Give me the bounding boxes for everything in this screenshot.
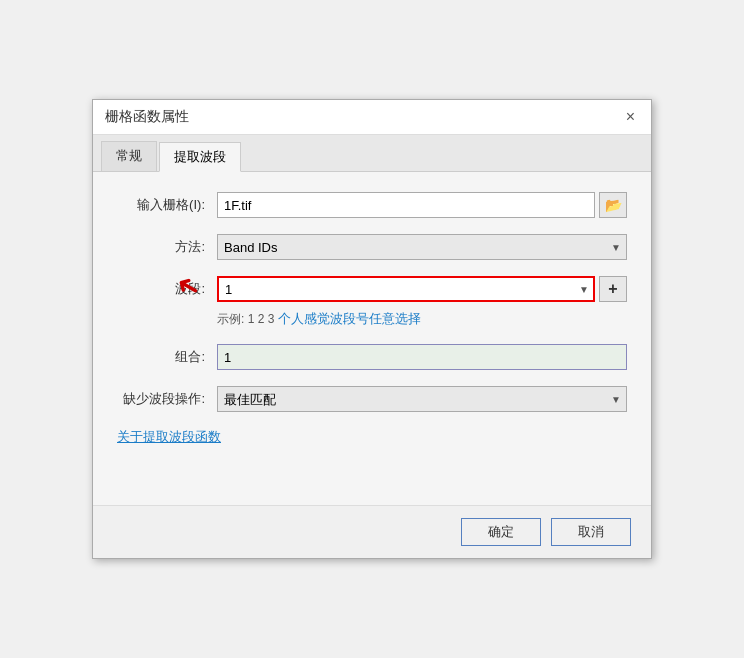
close-button[interactable]: ×: [622, 109, 639, 125]
band-select[interactable]: 1: [217, 276, 595, 302]
cancel-button[interactable]: 取消: [551, 518, 631, 546]
tab-bar: 常规 提取波段: [93, 135, 651, 172]
missing-band-select-wrapper: 最佳匹配 ▼: [217, 386, 627, 412]
dialog: 栅格函数属性 × 常规 提取波段 输入栅格(I): 📂 方法:: [92, 99, 652, 559]
band-label: 波段:: [117, 280, 217, 298]
method-select[interactable]: Band IDs: [217, 234, 627, 260]
ok-button[interactable]: 确定: [461, 518, 541, 546]
missing-band-row: 缺少波段操作: 最佳匹配 ▼: [117, 386, 627, 412]
hint-colored-text: 个人感觉波段号任意选择: [278, 310, 421, 328]
method-select-wrapper: Band IDs ▼: [217, 234, 627, 260]
missing-band-label: 缺少波段操作:: [117, 390, 217, 408]
form-content: 输入栅格(I): 📂 方法: Band IDs ▼ 波段: [93, 172, 651, 505]
dialog-title: 栅格函数属性: [105, 108, 189, 126]
band-row: 波段: ➜ 1 ▼ +: [117, 276, 627, 302]
add-icon: +: [608, 280, 617, 298]
input-raster-group: 📂: [217, 192, 627, 218]
combo-label: 组合:: [117, 348, 217, 366]
hint-prefix: 示例: 1 2 3: [217, 311, 274, 328]
link-row: 关于提取波段函数: [117, 428, 627, 446]
method-group: Band IDs ▼: [217, 234, 627, 260]
hint-row: 示例: 1 2 3 个人感觉波段号任意选择: [117, 310, 627, 328]
input-raster-row: 输入栅格(I): 📂: [117, 192, 627, 218]
folder-button[interactable]: 📂: [599, 192, 627, 218]
add-band-button[interactable]: +: [599, 276, 627, 302]
combo-row: 组合:: [117, 344, 627, 370]
band-select-wrapper: 1 ▼: [217, 276, 595, 302]
input-raster-field[interactable]: [217, 192, 595, 218]
help-link[interactable]: 关于提取波段函数: [117, 429, 221, 444]
title-bar: 栅格函数属性 ×: [93, 100, 651, 135]
input-raster-label: 输入栅格(I):: [117, 196, 217, 214]
combo-input[interactable]: [217, 344, 627, 370]
method-row: 方法: Band IDs ▼: [117, 234, 627, 260]
band-group: ➜ 1 ▼ +: [217, 276, 627, 302]
footer: 确定 取消: [93, 505, 651, 558]
method-label: 方法:: [117, 238, 217, 256]
tab-general[interactable]: 常规: [101, 141, 157, 171]
tab-extract[interactable]: 提取波段: [159, 142, 241, 172]
missing-band-group: 最佳匹配 ▼: [217, 386, 627, 412]
missing-band-select[interactable]: 最佳匹配: [217, 386, 627, 412]
combo-group: [217, 344, 627, 370]
folder-icon: 📂: [605, 197, 622, 213]
